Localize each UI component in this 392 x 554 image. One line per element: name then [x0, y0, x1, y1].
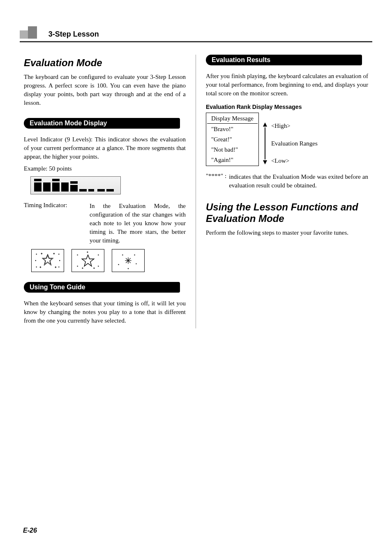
range-labels: <High> Evaluation Ranges <Low>: [271, 113, 318, 166]
asterisk-note-label: "****" :: [206, 173, 226, 190]
rank-row: "Great!": [207, 135, 258, 144]
svg-point-16: [98, 265, 99, 266]
header-rule: [20, 41, 372, 42]
svg-point-5: [58, 266, 59, 267]
left-column: Evaluation Mode The keyboard can be conf…: [20, 55, 196, 328]
level-indicator-graphic: [30, 176, 121, 194]
timing-indicator-term: Timing Indicator:: [24, 202, 90, 245]
subhead-eval-mode-display: Evaluation Mode Display: [24, 118, 180, 129]
page-header: 3-Step Lesson: [20, 26, 372, 39]
svg-point-7: [59, 260, 60, 261]
svg-point-3: [58, 254, 59, 254]
page: 3-Step Lesson Evaluation Mode The keyboa…: [0, 0, 392, 345]
svg-text:✦: ✦: [93, 267, 95, 270]
lesson-functions-paragraph: Perform the following steps to master yo…: [206, 229, 368, 237]
timing-indicator-desc: In the Evaluation Mode, the configuratio…: [90, 202, 186, 245]
svg-point-13: [77, 254, 78, 255]
results-intro-paragraph: After you finish playing, the keyboard c…: [206, 72, 368, 98]
rank-row: "Not bad!": [207, 145, 258, 155]
rank-row: "Again!": [207, 155, 258, 165]
svg-point-4: [36, 266, 37, 267]
svg-text:✦: ✦: [40, 252, 43, 256]
range-mid-label: Evaluation Ranges: [271, 140, 318, 147]
star-indicator-row: ✦✦ ✦✦ ✦ ✦ ✦: [31, 249, 186, 272]
svg-point-27: [136, 263, 136, 264]
svg-point-26: [118, 264, 119, 265]
example-label: Example: 50 points: [24, 164, 186, 173]
svg-text:✦: ✦: [53, 252, 55, 256]
range-arrow-icon: [263, 113, 267, 166]
svg-point-15: [77, 265, 78, 266]
page-number: E-26: [23, 527, 37, 534]
rank-table: Display Message "Bravo!" "Great!" "Not b…: [206, 113, 259, 166]
level-indicator-desc: Level Indicator (9 Levels): This indicat…: [24, 135, 186, 161]
asterisk-note-text: indicates that the Evaluation Mode was e…: [229, 173, 368, 190]
range-high-label: <High>: [271, 122, 318, 129]
rank-table-header: Display Message: [207, 114, 258, 124]
tone-guide-paragraph: When the keyboard senses that your timin…: [24, 299, 186, 325]
svg-text:✦: ✦: [86, 251, 89, 254]
rank-display-block: Display Message "Bravo!" "Great!" "Not b…: [206, 113, 368, 166]
svg-point-25: [134, 254, 135, 255]
section-title-evaluation-mode: Evaluation Mode: [24, 57, 186, 69]
rank-row: "Bravo!": [207, 125, 258, 134]
section-title-lesson-functions: Using the Lesson Functions and Evaluatio…: [206, 201, 368, 224]
asterisk-note: "****" : indicates that the Evaluation M…: [206, 173, 368, 190]
svg-text:✦: ✦: [39, 266, 42, 270]
star-box-sparkle: [112, 249, 145, 272]
star-box-full: ✦✦ ✦✦: [31, 249, 64, 272]
svg-point-14: [98, 254, 99, 255]
svg-point-28: [128, 268, 129, 269]
svg-text:✦: ✦: [81, 267, 84, 270]
chapter-title: 3-Step Lesson: [48, 30, 99, 39]
intro-paragraph: The keyboard can be configured to evalua…: [24, 73, 186, 107]
subhead-evaluation-results: Evaluation Results: [206, 55, 362, 65]
content-columns: Evaluation Mode The keyboard can be conf…: [20, 55, 372, 328]
svg-point-6: [35, 260, 36, 261]
range-low-label: <Low>: [271, 157, 318, 164]
timing-indicator-def: Timing Indicator: In the Evaluation Mode…: [24, 202, 186, 245]
star-box-outline: ✦ ✦ ✦: [71, 249, 104, 272]
svg-point-2: [36, 254, 37, 254]
svg-marker-12: [82, 255, 94, 266]
subhead-using-tone-guide: Using Tone Guide: [24, 282, 180, 293]
rank-display-heading: Evaluation Rank Display Messages: [206, 104, 368, 110]
svg-point-24: [122, 254, 123, 255]
svg-text:✦: ✦: [54, 266, 57, 270]
right-column: Evaluation Results After you finish play…: [196, 55, 372, 328]
header-tab-icon: [20, 26, 44, 39]
